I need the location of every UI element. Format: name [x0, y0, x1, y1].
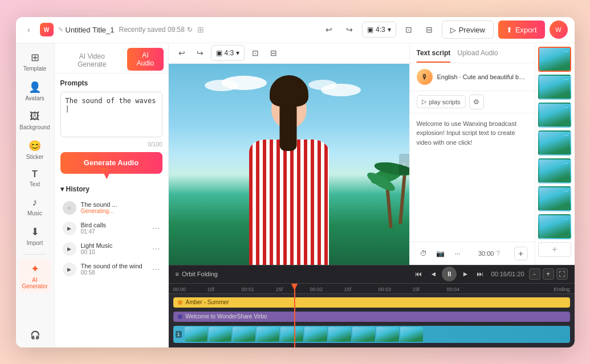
avatar-figure	[238, 100, 340, 265]
thumb-dots-6[interactable]: ⋯	[564, 189, 568, 194]
back-button[interactable]: ‹	[23, 23, 35, 36]
redo-button[interactable]: ↪	[341, 22, 357, 38]
sidebar-item-import[interactable]: ⬇ Import	[19, 222, 51, 250]
tab-upload-audio[interactable]: Upload Audio	[457, 49, 498, 63]
track-video[interactable]: 1	[173, 326, 570, 343]
ruler-mark-4: 00:02	[310, 287, 323, 292]
history-duration-3: 00:58	[81, 269, 148, 276]
loading-icon: ○	[68, 205, 71, 211]
headset-button[interactable]: 🎧	[27, 327, 43, 343]
history-item-3[interactable]: ▶ The sound of the wind 00:58 ⋯	[60, 259, 162, 280]
zoom-minus-button[interactable]: -	[529, 268, 540, 280]
transport-play-button[interactable]: ⏸	[442, 267, 457, 281]
voice-name: English · Cute and beautiful bby voi...	[437, 73, 528, 80]
history-play-btn-2[interactable]: ▶	[63, 242, 76, 256]
more-button[interactable]: ···	[451, 247, 465, 260]
canvas-captions-button[interactable]: ⊟	[266, 46, 281, 60]
thumb-dots-3[interactable]: ⋯	[564, 105, 568, 110]
history-name-3: The sound of the wind	[81, 263, 148, 269]
play-icon-small: ▷	[422, 98, 426, 105]
thumb-dots-4[interactable]: ⋯	[564, 133, 568, 138]
add-button[interactable]: +	[514, 247, 528, 260]
user-avatar-button[interactable]: W	[550, 21, 568, 39]
tab-ai-video-generate[interactable]: AI Video Generate	[59, 48, 125, 73]
timer-button[interactable]: ⏱	[417, 247, 430, 260]
top-bar-left: ‹ W ✎ Untitled Title_1 Recently saved 09…	[23, 23, 316, 36]
thumb-dots-7[interactable]: ⋯	[564, 216, 568, 222]
track-amber[interactable]: Amber - Summer	[173, 297, 570, 308]
aspect-icon-canvas: ▣	[216, 49, 222, 57]
transport-forward-button[interactable]: ►	[459, 268, 471, 280]
transport-next-button[interactable]: ⏭	[474, 268, 486, 280]
canvas-toolbar: ↩ ↪ ▣ 4:3 ▾ ⊡ ⊟	[169, 43, 409, 64]
thumb-dots-2[interactable]: ⋯	[564, 77, 568, 82]
video-thumb-9	[376, 327, 399, 342]
thumbnail-7[interactable]: ⋯	[538, 214, 571, 239]
sidebar-sticker-label: Sticker	[26, 154, 44, 160]
thumbnail-6[interactable]: ⋯	[538, 186, 571, 211]
sidebar-item-music[interactable]: ♪ Music	[19, 193, 51, 220]
generate-audio-button[interactable]: Generate Audio	[60, 152, 162, 174]
history-item-2[interactable]: ▶ Light Music 00:10 ⋯	[60, 239, 162, 259]
track-video-row: 1	[169, 325, 575, 344]
history-more-2[interactable]: ⋯	[152, 244, 160, 253]
history-more-3[interactable]: ⋯	[152, 265, 160, 274]
canvas-arrow-right[interactable]: ›	[399, 154, 409, 174]
right-panel-bottom: ⏱ 📷 ··· 30:00 ? +	[410, 242, 535, 265]
sidebar-music-label: Music	[27, 210, 42, 216]
undo-button[interactable]: ↩	[321, 22, 337, 38]
sidebar-item-template[interactable]: ⊞ Template	[19, 48, 51, 75]
prompt-input[interactable]: The sound of the waves |	[60, 92, 162, 137]
thumbnail-4[interactable]: ⋯	[538, 130, 571, 156]
photo-button[interactable]: 📷	[434, 247, 447, 260]
thumb-dots-5[interactable]: ⋯	[564, 161, 568, 166]
timeline-playhead[interactable]	[294, 284, 295, 347]
transport-back-button[interactable]: ◄	[427, 268, 440, 280]
tab-text-script[interactable]: Text script	[417, 49, 451, 63]
play-scripts-button[interactable]: ▷ play scripts	[417, 95, 466, 108]
canvas-aspect-button[interactable]: ▣ 4:3 ▾	[211, 45, 245, 61]
edit-icon: ✎	[58, 26, 63, 34]
track-purple[interactable]: Welcome to WonderShare Virbo	[173, 312, 570, 322]
captions-button[interactable]: ⊟	[421, 22, 437, 38]
sidebar-template-label: Template	[23, 66, 47, 72]
sidebar-item-text[interactable]: T Text	[19, 166, 51, 191]
transport-prev-button[interactable]: ⏮	[412, 268, 425, 280]
thumbnail-3[interactable]: ⋯	[538, 103, 571, 128]
history-more-1[interactable]: ⋯	[152, 224, 160, 233]
history-item-0[interactable]: ○ The sound ... Generating...	[60, 198, 162, 218]
sidebar-item-ai-generator[interactable]: ✦ AI Generator	[19, 259, 51, 293]
crop-button[interactable]: ⊡	[401, 22, 417, 38]
sidebar-item-sticker[interactable]: 😊 Sticker	[19, 136, 51, 163]
history-section: ▾ History ○ The sound ... Generating...	[60, 185, 162, 280]
track-purple-row: Welcome to WonderShare Virbo	[169, 310, 575, 323]
canvas-undo-button[interactable]: ↩	[174, 46, 189, 60]
thumbnail-1[interactable]: ⋯	[538, 47, 571, 72]
export-button[interactable]: ⬆ Export	[498, 21, 545, 39]
preview-label: Preview	[459, 26, 485, 34]
history-item-1[interactable]: ▶ Bird calls 01:47 ⋯	[60, 218, 162, 239]
fullscreen-button[interactable]: ⛶	[556, 268, 568, 280]
history-play-btn-3[interactable]: ▶	[63, 263, 76, 276]
template-icon: ⊞	[31, 51, 39, 64]
sidebar-item-avatars[interactable]: 👤 Avatars	[19, 77, 51, 105]
time-display: 30:00	[478, 250, 494, 257]
canvas-area: ↩ ↪ ▣ 4:3 ▾ ⊡ ⊟	[169, 43, 409, 265]
history-play-btn-0[interactable]: ○	[63, 201, 76, 215]
center-area: ↩ ↪ ▣ 4:3 ▾ ⊡ ⊟	[169, 43, 575, 347]
thumbnail-5[interactable]: ⋯	[538, 158, 571, 183]
aspect-ratio-button[interactable]: ▣ 4:3 ▾	[362, 22, 396, 38]
canvas-crop-button[interactable]: ⊡	[248, 46, 263, 60]
zoom-plus-button[interactable]: +	[543, 268, 554, 280]
ruler-mark-5: 15f	[344, 287, 352, 292]
canvas-redo-button[interactable]: ↪	[193, 46, 207, 60]
track-purple-label: Welcome to WonderShare Virbo	[186, 313, 267, 320]
preview-button[interactable]: ▷ Preview	[442, 21, 494, 39]
history-play-btn-1[interactable]: ▶	[63, 222, 76, 235]
tab-ai-audio[interactable]: AI Audio	[127, 48, 163, 71]
thumbnail-2[interactable]: ⋯	[538, 75, 571, 100]
script-settings-button[interactable]: ⚙	[469, 95, 484, 109]
sidebar-item-background[interactable]: 🖼 Background	[19, 107, 51, 134]
add-thumbnail-button[interactable]: +	[538, 242, 571, 257]
thumb-dots-1[interactable]: ⋯	[564, 49, 568, 54]
